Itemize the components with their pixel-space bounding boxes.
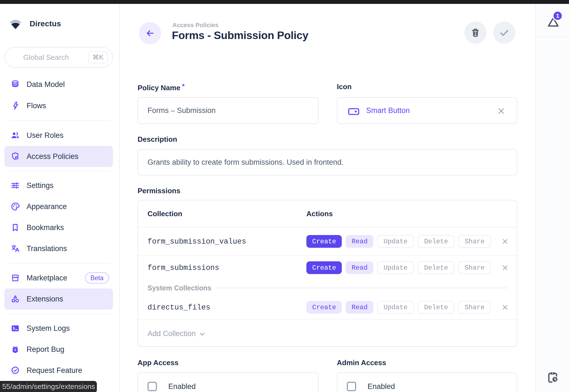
sidebar-item-request-feature[interactable]: Request Feature — [4, 360, 113, 381]
sidebar-item-label: Appearance — [27, 202, 67, 211]
action-chip-read[interactable]: Read — [346, 261, 373, 274]
action-chip-create[interactable]: Create — [306, 235, 342, 248]
remove-row-icon[interactable] — [501, 238, 509, 245]
sidebar-item-label: Request Feature — [27, 366, 82, 375]
delete-button[interactable] — [464, 22, 487, 44]
clear-icon-button[interactable] — [497, 107, 506, 115]
description-input[interactable]: Grants ability to create form submission… — [138, 149, 517, 176]
beta-badge: Beta — [85, 272, 109, 283]
tune-icon — [11, 181, 20, 190]
storefront-icon — [11, 273, 20, 283]
action-chip-share[interactable]: Share — [458, 261, 491, 274]
icon-label: Icon — [337, 82, 351, 91]
policy-name-value: Forms – Submission — [148, 106, 216, 115]
global-search-input[interactable]: Global Search ⌘K — [4, 47, 113, 68]
add-collection-button[interactable]: Add Collection — [138, 319, 517, 347]
collection-name: form_submissions — [148, 264, 219, 272]
policy-name-input[interactable]: Forms – Submission — [138, 97, 319, 124]
trash-icon — [470, 27, 481, 38]
sidebar-item-label: Extensions — [27, 295, 63, 303]
sidebar-divider — [9, 120, 111, 121]
action-chip-share[interactable]: Share — [458, 235, 491, 248]
chevron-down-icon — [198, 330, 206, 338]
app-access-box: Enabled — [138, 372, 319, 392]
permissions-table: Collection Actions form_submission_value… — [138, 200, 517, 347]
action-chip-delete[interactable]: Delete — [418, 301, 454, 314]
group-divider-line — [216, 288, 507, 288]
back-button[interactable] — [139, 22, 161, 44]
action-chip-read[interactable]: Read — [346, 235, 373, 248]
add-collection-label: Add Collection — [148, 329, 196, 338]
action-chip-delete[interactable]: Delete — [418, 235, 454, 248]
icon-field[interactable]: Smart Button — [337, 97, 517, 124]
directus-logo-icon — [9, 19, 22, 29]
action-chip-update[interactable]: Update — [377, 301, 414, 314]
permissions-label: Permissions — [138, 187, 180, 195]
sidebar-item-marketplace[interactable]: Marketplace Beta — [4, 267, 113, 288]
directus-app: Directus Global Search ⌘K Data Model — [0, 0, 569, 392]
right-rail: 1 — [535, 4, 569, 392]
admin-access-label: Admin Access — [337, 359, 386, 367]
people-icon — [11, 131, 20, 140]
brand-name: Directus — [30, 19, 61, 28]
save-button[interactable] — [493, 22, 515, 44]
sidebar-item-label: System Logs — [27, 324, 70, 333]
rail-divider — [536, 37, 569, 37]
admin-access-checkbox[interactable] — [347, 382, 356, 391]
revisions-button[interactable] — [546, 370, 559, 384]
search-placeholder: Global Search — [23, 53, 69, 62]
breadcrumb[interactable]: Access Policies — [172, 22, 218, 29]
bug-icon — [11, 345, 20, 354]
action-chip-create[interactable]: Create — [306, 261, 342, 274]
clipboard-clock-icon — [546, 370, 559, 384]
collection-column-header: Collection — [148, 210, 182, 218]
brand-row: Directus — [9, 19, 61, 29]
sidebar-item-flows[interactable]: Flows — [4, 95, 113, 116]
sidebar-item-data-model[interactable]: Data Model — [4, 74, 113, 95]
sidebar-item-report-bug[interactable]: Report Bug — [4, 339, 113, 360]
search-shortcut-badge: ⌘K — [88, 51, 108, 63]
sidebar-item-label: User Roles — [27, 131, 64, 140]
action-chip-read[interactable]: Read — [346, 301, 373, 314]
sidebar-item-bookmarks[interactable]: Bookmarks — [4, 217, 113, 238]
permissions-table-header: Collection Actions — [138, 200, 517, 228]
action-chip-share[interactable]: Share — [458, 301, 491, 314]
collection-name: directus_files — [148, 303, 210, 312]
translate-icon — [11, 244, 20, 253]
action-chip-update[interactable]: Update — [377, 235, 414, 248]
notification-count-badge[interactable]: 1 — [552, 11, 563, 21]
page-title: Forms - Submission Policy — [172, 29, 308, 42]
required-asterisk: * — [182, 82, 185, 90]
database-icon — [11, 80, 20, 89]
action-chip-update[interactable]: Update — [377, 261, 414, 274]
sidebar-item-user-roles[interactable]: User Roles — [4, 125, 113, 146]
new-releases-icon — [11, 366, 20, 375]
sidebar-item-label: Report Bug — [27, 345, 64, 354]
action-chip-delete[interactable]: Delete — [418, 261, 454, 274]
remove-row-icon[interactable] — [501, 303, 509, 311]
sidebar-item-appearance[interactable]: Appearance — [4, 196, 113, 217]
system-collections-label: System Collections — [148, 284, 211, 292]
shield-person-icon — [11, 152, 20, 161]
sidebar-item-label: Bookmarks — [27, 223, 64, 232]
admin-access-option-label: Enabled — [368, 382, 395, 391]
terminal-icon — [11, 324, 20, 333]
smart-button-icon — [347, 105, 360, 116]
sidebar-item-translations[interactable]: Translations — [4, 238, 113, 259]
link-preview-statusbar: 55/admin/settings/extensions — [0, 381, 97, 392]
remove-row-icon[interactable] — [501, 264, 509, 272]
sidebar-item-settings[interactable]: Settings — [4, 175, 113, 196]
admin-access-box: Enabled — [337, 372, 517, 392]
sidebar-item-system-logs[interactable]: System Logs — [4, 318, 113, 339]
app-access-checkbox[interactable] — [148, 382, 157, 391]
icon-field-value: Smart Button — [366, 106, 410, 115]
table-row: form_submission_values Create Read Updat… — [138, 228, 517, 256]
sidebar-item-access-policies[interactable]: Access Policies — [4, 146, 113, 167]
action-chip-create[interactable]: Create — [306, 301, 342, 314]
sidebar-divider — [9, 263, 111, 264]
sidebar-item-label: Flows — [27, 102, 46, 110]
collection-name: form_submission_values — [148, 238, 246, 246]
sidebar-item-extensions[interactable]: Extensions — [4, 288, 113, 310]
window-top-bar — [0, 0, 569, 4]
check-icon — [498, 27, 510, 38]
